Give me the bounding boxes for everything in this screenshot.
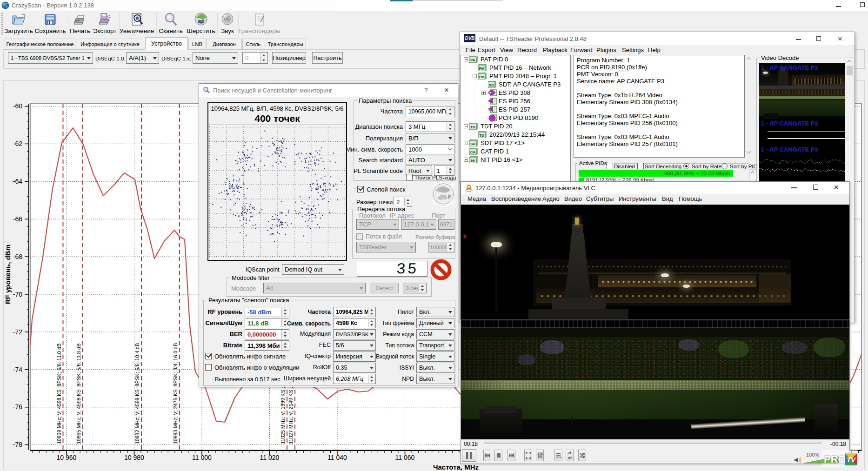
svg-text:-76: -76 — [13, 403, 22, 411]
svg-text:TD: TD — [470, 125, 475, 129]
svg-text:-64: -64 — [13, 178, 22, 185]
svg-text:11 020: 11 020 — [260, 454, 280, 461]
svg-text:SD: SD — [470, 142, 475, 146]
svg-text:10 960: 10 960 — [57, 454, 77, 461]
svg-text:PA: PA — [470, 58, 475, 62]
svg-text:-66: -66 — [13, 215, 22, 223]
svg-text:-70: -70 — [13, 291, 22, 298]
svg-text:NI: NI — [471, 159, 475, 163]
svg-text:11 000: 11 000 — [192, 454, 212, 461]
svg-text:TV: TV — [847, 456, 856, 464]
svg-text:CA: CA — [470, 150, 476, 154]
svg-text:Частота, MHz: Частота, MHz — [433, 463, 479, 471]
svg-text:PM: PM — [479, 75, 485, 79]
svg-text:RF уровень, dBm: RF уровень, dBm — [4, 245, 12, 304]
svg-text:10 980: 10 980 — [124, 454, 144, 461]
svg-text:-78: -78 — [13, 441, 22, 448]
svg-text:11 060: 11 060 — [395, 454, 415, 461]
svg-text:PM: PM — [479, 66, 485, 71]
svg-text:11 040: 11 040 — [327, 454, 347, 461]
svg-text:SD: SD — [489, 83, 494, 87]
svg-text:DVB: DVB — [465, 36, 474, 41]
svg-text:TD: TD — [479, 133, 484, 138]
svg-text:-68: -68 — [13, 253, 22, 260]
